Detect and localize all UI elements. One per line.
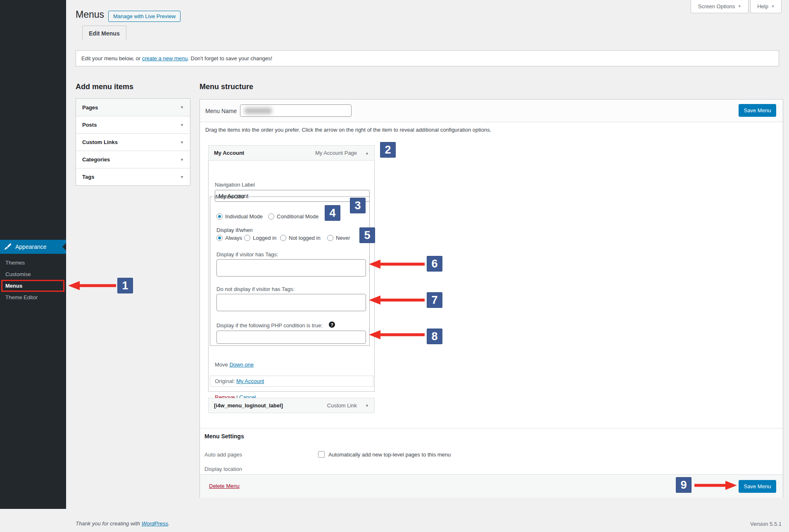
create-new-menu-link[interactable]: create a new menu — [142, 55, 188, 61]
never-radio[interactable] — [327, 235, 333, 241]
auto-add-pages-checkbox[interactable] — [318, 451, 325, 458]
accordion-custom-links-label: Custom Links — [82, 139, 118, 145]
screen-options-label: Screen Options — [698, 3, 735, 9]
accordion-section-posts[interactable]: Posts ▼ — [76, 116, 190, 133]
menu-name-input[interactable] — [240, 104, 352, 117]
page-title: Menus — [76, 9, 104, 20]
menu-item-my-account: My Account My Account Page ▲ Navigation … — [208, 145, 375, 392]
chevron-down-icon: ▼ — [738, 5, 741, 8]
accordion-posts-label: Posts — [82, 122, 97, 128]
wordpress-menus-page: Appearance Themes Customise Menus Theme … — [0, 0, 789, 532]
menu-name-label: Menu Name — [205, 108, 237, 114]
manage-live-preview-button[interactable]: Manage with Live Preview — [108, 11, 181, 22]
chevron-down-icon: ▼ — [180, 123, 184, 127]
auto-add-pages-label: Auto add pages — [204, 452, 242, 458]
current-menu-arrow — [62, 243, 66, 251]
chevron-down-icon[interactable]: ▼ — [365, 404, 369, 408]
menu-name-redacted-value — [245, 108, 272, 114]
display-location-label: Display location — [204, 466, 242, 472]
conditional-mode-radio[interactable] — [268, 213, 274, 220]
sidebar-item-appearance[interactable]: Appearance — [0, 240, 66, 254]
footer-thanks-pre: Thank you for creating with — [76, 520, 142, 527]
accordion-pages-label: Pages — [82, 104, 98, 111]
sidebar-item-theme-editor[interactable]: Theme Editor — [0, 291, 66, 303]
annotation-arrow-8 — [368, 329, 426, 341]
move-down-one-link[interactable]: Down one — [229, 362, 254, 368]
save-menu-button-bottom[interactable]: Save Menu — [739, 480, 776, 493]
menu-structure-heading: Menu structure — [200, 83, 253, 91]
always-radio[interactable] — [216, 235, 223, 241]
annotation-badge-3: 3 — [350, 198, 366, 213]
display-if-tags-input[interactable] — [216, 259, 366, 277]
logged-in-radio[interactable] — [244, 235, 250, 241]
chevron-down-icon: ▼ — [771, 5, 775, 8]
not-logged-in-label[interactable]: Not logged in — [289, 235, 321, 241]
wordpress-link[interactable]: WordPress — [142, 520, 168, 527]
php-help-icon[interactable]: ? — [329, 322, 335, 328]
annotation-arrow-1 — [67, 279, 117, 292]
edit-menu-notice: Edit your menu below, or create a new me… — [76, 50, 779, 66]
delete-menu-link[interactable]: Delete Menu — [209, 483, 240, 489]
menu-structure-card: Menu Name Save Menu Drag the items into … — [200, 99, 783, 498]
annotation-badge-5: 5 — [359, 227, 375, 243]
imember360-fieldset: iMember360 Individual Mode Conditional M… — [210, 194, 370, 346]
menu-item-type-label: Custom Link — [327, 402, 357, 409]
annotation-red-box-menus — [1, 280, 64, 292]
move-label: Move — [215, 362, 229, 368]
individual-mode-radio[interactable] — [216, 213, 223, 220]
original-label: Original: — [215, 378, 236, 384]
not-logged-in-radio[interactable] — [280, 235, 286, 241]
menu-settings-heading: Menu Settings — [204, 433, 244, 440]
individual-mode-label[interactable]: Individual Mode — [225, 213, 263, 220]
notice-text-pre: Edit your menu below, or — [81, 55, 142, 61]
footer-thanks: Thank you for creating with WordPress. — [76, 520, 170, 527]
accordion-section-tags[interactable]: Tags ▼ — [76, 168, 190, 185]
footer-version: Version 5.5.1 — [750, 521, 782, 527]
never-label[interactable]: Never — [336, 235, 350, 241]
add-menu-items-heading: Add menu items — [76, 83, 133, 91]
accordion-section-custom-links[interactable]: Custom Links ▼ — [76, 133, 190, 151]
accordion-categories-label: Categories — [82, 156, 110, 163]
conditional-mode-label[interactable]: Conditional Mode — [277, 213, 318, 220]
sidebar-item-appearance-label: Appearance — [15, 244, 47, 250]
annotation-arrow-9 — [693, 479, 738, 492]
always-label[interactable]: Always — [225, 235, 242, 241]
sidebar-item-themes[interactable]: Themes — [0, 257, 66, 268]
logged-in-label[interactable]: Logged in — [253, 235, 276, 241]
add-menu-items-accordion: Pages ▼ Posts ▼ Custom Links ▼ Categorie… — [76, 98, 190, 186]
chevron-up-icon[interactable]: ▲ — [365, 151, 369, 155]
menu-item-type-label: My Account Page — [315, 150, 357, 156]
sidebar-item-theme-editor-label: Theme Editor — [5, 294, 38, 300]
accordion-section-pages[interactable]: Pages ▼ — [76, 99, 190, 116]
save-menu-button-top[interactable]: Save Menu — [739, 104, 776, 117]
sidebar-item-customise-label: Customise — [5, 271, 31, 277]
annotation-badge-4: 4 — [325, 205, 340, 221]
menu-item-title: [i4w_menu_loginout_label] — [214, 402, 327, 409]
do-not-display-tags-label: Do not display if visitor has Tags: — [216, 286, 295, 292]
tab-edit-menus[interactable]: Edit Menus — [82, 26, 126, 40]
do-not-display-tags-input[interactable] — [216, 294, 366, 311]
drag-instruction-text: Drag the items into the order you prefer… — [205, 127, 491, 133]
menu-item-loginout: [i4w_menu_loginout_label] Custom Link ▼ — [208, 398, 375, 414]
chevron-down-icon: ▼ — [180, 105, 184, 109]
display-if-tags-label: Display if visitor has Tags: — [216, 251, 278, 258]
annotation-badge-2: 2 — [380, 142, 396, 158]
menu-settings-divider — [200, 428, 783, 428]
original-item-box: Original: My Account — [210, 376, 373, 387]
accordion-section-categories[interactable]: Categories ▼ — [76, 151, 190, 168]
chevron-down-icon: ▼ — [180, 158, 184, 162]
menu-item-my-account-handle[interactable]: My Account My Account Page ▲ — [208, 145, 375, 161]
php-condition-label: Display if the following PHP condition i… — [216, 322, 323, 329]
sidebar-item-customise[interactable]: Customise — [0, 268, 66, 280]
screen-options-button[interactable]: Screen Options ▼ — [691, 0, 749, 13]
original-my-account-link[interactable]: My Account — [236, 378, 264, 384]
annotation-arrow-7 — [368, 294, 426, 306]
php-condition-input[interactable] — [216, 331, 366, 344]
help-button[interactable]: Help ▼ — [750, 0, 782, 13]
auto-add-pages-checkbox-label[interactable]: Automatically add new top-level pages to… — [328, 452, 451, 458]
menu-item-title: My Account — [214, 150, 315, 156]
menu-item-loginout-handle[interactable]: [i4w_menu_loginout_label] Custom Link ▼ — [208, 398, 375, 413]
chevron-down-icon: ▼ — [180, 140, 184, 144]
menu-item-settings-panel: Navigation Label iMember360 Individual M… — [208, 161, 375, 392]
annotation-badge-6: 6 — [427, 256, 442, 272]
